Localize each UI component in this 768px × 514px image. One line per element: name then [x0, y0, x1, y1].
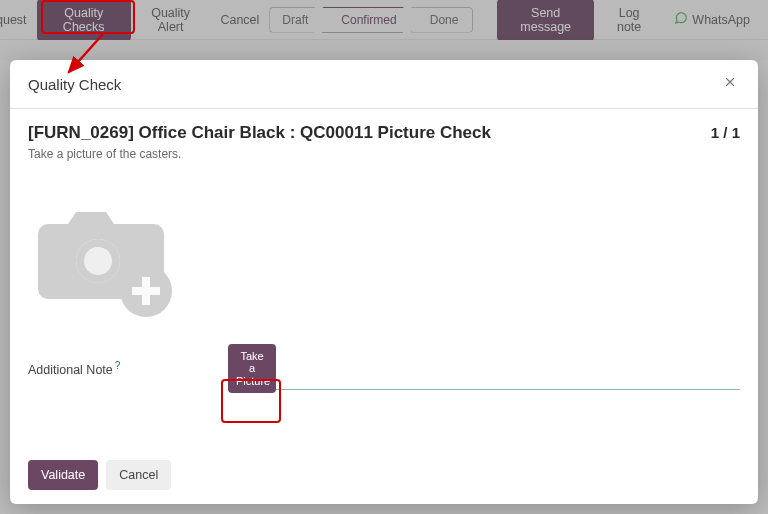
modal-footer: Validate Cancel	[10, 448, 758, 504]
camera-placeholder-icon[interactable]	[28, 189, 183, 324]
modal-cancel-button[interactable]: Cancel	[106, 460, 171, 490]
svg-point-4	[84, 247, 112, 275]
additional-note-label: Additional Note?	[28, 360, 228, 377]
close-button[interactable]	[720, 74, 740, 94]
help-icon[interactable]: ?	[115, 360, 121, 371]
check-heading: [FURN_0269] Office Chair Black : QC00011…	[28, 123, 491, 143]
take-picture-button[interactable]: Take a Picture	[228, 344, 276, 394]
additional-note-field[interactable]: Take a Picture	[228, 348, 740, 390]
check-instruction: Take a picture of the casters.	[28, 147, 740, 161]
quality-check-modal: Quality Check [FURN_0269] Office Chair B…	[10, 60, 758, 504]
svg-rect-7	[132, 287, 160, 295]
modal-header: Quality Check	[10, 60, 758, 109]
check-counter: 1 / 1	[711, 124, 740, 141]
additional-note-row: Additional Note? Take a Picture	[28, 348, 740, 390]
close-icon	[723, 75, 737, 93]
validate-button[interactable]: Validate	[28, 460, 98, 490]
modal-title: Quality Check	[28, 76, 121, 93]
modal-body: [FURN_0269] Office Chair Black : QC00011…	[10, 109, 758, 448]
